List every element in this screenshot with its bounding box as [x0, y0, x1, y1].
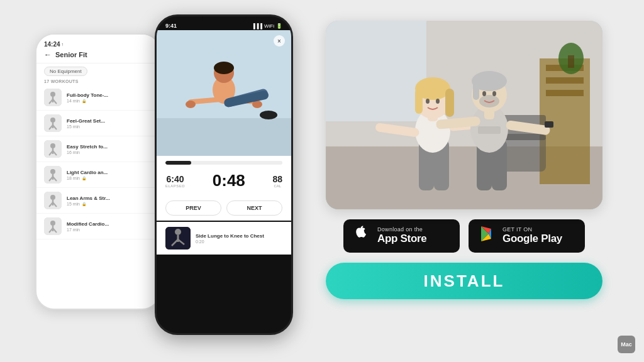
svg-rect-50 [326, 21, 426, 121]
phone-bg-header: 14:24 ↑ ← Senior Fit [36, 35, 160, 63]
location-icon: ↑ [62, 42, 64, 47]
workout-meta: 18 min 🔒 [67, 176, 152, 180]
workout-info: Light Cardio an... 18 min 🔒 [67, 170, 152, 180]
svg-point-21 [50, 195, 55, 200]
apple-svg [355, 226, 371, 242]
app-store-text: Download on the App Store [377, 226, 427, 245]
svg-rect-74 [478, 126, 501, 134]
close-button[interactable]: × [274, 35, 285, 47]
workout-meta: 16 min [67, 150, 152, 155]
svg-point-43 [175, 229, 181, 235]
next-exercise-svg [165, 227, 191, 250]
next-exercise-info: Side Lunge to Knee to Chest 0:20 [196, 233, 282, 244]
phone-bg-time: 14:24 ↑ [44, 41, 152, 48]
next-exercise: Side Lunge to Knee to Chest 0:20 [157, 222, 291, 255]
workout-thumb [44, 217, 62, 235]
nav-buttons: PREV NEXT [157, 195, 291, 221]
mac-badge: Mac [618, 336, 635, 353]
svg-point-26 [50, 221, 55, 226]
svg-rect-56 [568, 55, 574, 68]
no-equipment-badge[interactable]: No Equipment [44, 67, 87, 76]
workout-info: Lean Arms & Str... 15 min 🔒 [67, 195, 152, 206]
google-play-text: GET IT ON Google Play [502, 226, 562, 245]
phone-fg-time: 9:41 [165, 23, 177, 29]
google-play-main-text: Google Play [502, 233, 562, 245]
workout-name: Modified Cardio... [67, 221, 152, 227]
app-store-button[interactable]: Download on the App Store [343, 219, 460, 253]
workouts-count: 17 WORKOUTS [36, 78, 160, 85]
main-container: 14:24 ↑ ← Senior Fit No Equipment 17 WOR… [0, 0, 644, 362]
phones-section: 14:24 ↑ ← Senior Fit No Equipment 17 WOR… [35, 14, 299, 348]
workout-name: Light Cardio an... [67, 170, 152, 175]
svg-rect-84 [545, 121, 553, 128]
workout-info: Feel-Great Set... 15 min [67, 118, 152, 129]
workout-thumb [44, 192, 62, 209]
cal-value: 88 [272, 174, 282, 184]
back-icon[interactable]: ← [44, 50, 52, 59]
workout-info: Full-body Tone-... 14 min 🔒 [67, 92, 152, 103]
workout-thumb [44, 89, 62, 106]
lock-icon: 🔒 [82, 176, 86, 180]
app-store-top-text: Download on the [377, 226, 427, 233]
svg-point-81 [479, 95, 499, 107]
svg-rect-54 [546, 90, 584, 96]
elapsed-display: 6:40 ELAPSED [165, 174, 185, 188]
workout-name: Feel-Great Set... [67, 118, 152, 124]
lock-icon: 🔒 [82, 99, 86, 103]
elapsed-label: ELAPSED [165, 184, 185, 188]
prev-button[interactable]: PREV [165, 200, 221, 216]
progress-bar [165, 161, 282, 165]
install-label: INSTALL [424, 272, 505, 291]
exercise-image: × [157, 30, 291, 156]
workout-item[interactable]: Full-body Tone-... 14 min 🔒 [36, 85, 160, 111]
app-store-main-text: App Store [377, 233, 427, 245]
google-play-icon [480, 226, 496, 246]
cal-display: 88 CAL [272, 174, 282, 188]
next-button[interactable]: NEXT [226, 200, 282, 216]
workout-item[interactable]: Easy Stretch fo... 16 min [36, 136, 160, 162]
workout-item[interactable]: Modified Cardio... 17 min [36, 214, 160, 239]
workout-item[interactable]: Feel-Great Set... 15 min [36, 111, 160, 136]
google-play-button[interactable]: GET IT ON Google Play [469, 219, 585, 253]
signal-icon: ▐▐▐ [252, 23, 262, 29]
workout-item[interactable]: Lean Arms & Str... 15 min 🔒 [36, 188, 160, 214]
google-play-svg [480, 226, 496, 242]
workout-item[interactable]: Light Cardio an... 18 min 🔒 [36, 162, 160, 188]
workout-thumb [44, 166, 62, 184]
couple-svg [326, 21, 602, 209]
phone-bg-title: Senior Fit [55, 51, 87, 58]
svg-point-34 [214, 62, 234, 74]
svg-point-37 [186, 101, 196, 108]
workout-meta: 15 min [67, 124, 152, 129]
lock-icon: 🔒 [82, 202, 86, 206]
workout-info: Modified Cardio... 17 min [67, 221, 152, 232]
phone-list: 14:24 ↑ ← Senior Fit No Equipment 17 WOR… [35, 33, 161, 310]
install-button[interactable]: INSTALL [326, 263, 602, 299]
svg-point-16 [50, 169, 55, 174]
phone-notch [202, 16, 246, 24]
next-exercise-name: Side Lunge to Knee to Chest [196, 233, 282, 239]
google-play-top-text: GET IT ON [502, 226, 562, 233]
svg-point-1 [50, 92, 55, 97]
elapsed-value: 6:40 [165, 174, 185, 184]
exercise-svg [157, 30, 291, 156]
svg-point-6 [50, 118, 55, 123]
svg-point-11 [50, 143, 55, 148]
phone-workout: 9:41 ▐▐▐ WiFi 🔋 [155, 14, 293, 335]
workout-meta: 14 min 🔒 [67, 99, 152, 103]
progress-bar-area [157, 156, 291, 167]
workout-name: Full-body Tone-... [67, 92, 152, 98]
workout-meta: 15 min 🔒 [67, 202, 152, 206]
next-exercise-thumb [165, 227, 191, 250]
workout-info: Easy Stretch fo... 16 min [67, 144, 152, 155]
couple-illustration [326, 21, 602, 209]
svg-point-83 [492, 91, 496, 96]
apple-icon [355, 226, 371, 246]
fitness-card [326, 21, 602, 209]
workout-name: Easy Stretch fo... [67, 144, 152, 150]
phone-status-icons: ▐▐▐ WiFi 🔋 [252, 23, 282, 29]
svg-point-69 [426, 99, 430, 104]
next-exercise-duration: 0:20 [196, 239, 282, 244]
phone-bg-nav: ← Senior Fit [44, 50, 152, 59]
workout-name: Lean Arms & Str... [67, 195, 152, 201]
